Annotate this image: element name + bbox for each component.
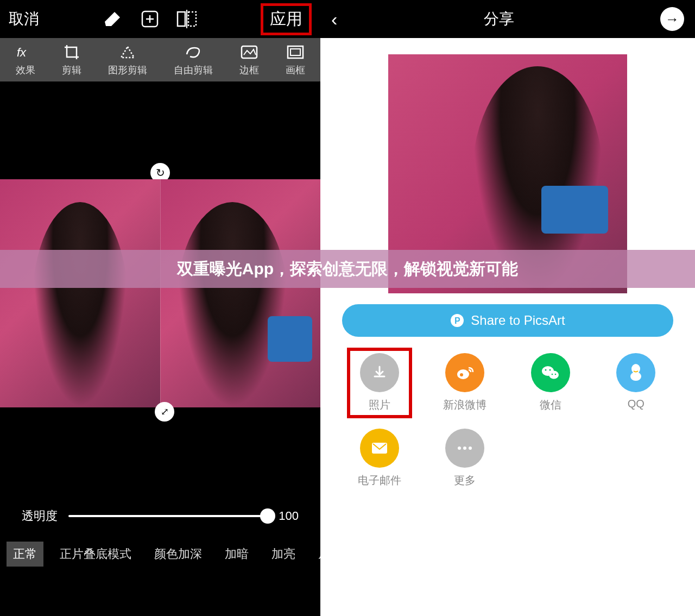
share-weibo[interactable]: 新浪微博 (428, 353, 503, 412)
editor-top-bar: 取消 应用 (0, 0, 320, 38)
share-label: QQ (628, 398, 645, 410)
svg-rect-7 (290, 49, 300, 55)
email-icon (360, 429, 399, 468)
lasso-icon (184, 43, 203, 61)
svg-point-25 (469, 447, 472, 450)
share-button-label: Share to PicsArt (471, 313, 565, 328)
share-options: 照片 新浪微博 微信 QQ (320, 353, 695, 488)
picsart-icon: P (450, 313, 464, 328)
slider-thumb[interactable] (260, 508, 275, 524)
svg-point-17 (554, 374, 556, 375)
crop-icon (62, 43, 81, 61)
svg-point-14 (545, 369, 546, 371)
more-icon (445, 429, 484, 468)
share-photo[interactable]: 照片 (342, 353, 417, 412)
mode-color-burn[interactable]: 颜色加深 (148, 542, 208, 567)
mode-multiply[interactable]: 正片叠底模式 (53, 542, 138, 567)
mode-lighten[interactable]: 加亮 (265, 542, 302, 567)
mode-screen[interactable]: 屏幕 (312, 542, 320, 567)
resize-handle-icon[interactable]: ⤢ (155, 402, 174, 422)
tool-label: 边框 (239, 64, 259, 77)
fx-icon: fx (16, 43, 35, 61)
tool-bar: fx 效果 剪辑 图形剪辑 自由剪辑 边框 画框 (0, 38, 320, 81)
svg-point-23 (458, 447, 461, 450)
border-icon (240, 43, 258, 61)
tool-label: 画框 (286, 64, 305, 77)
svg-point-19 (630, 372, 641, 381)
mode-darken[interactable]: 加暗 (218, 542, 255, 567)
mode-normal[interactable]: 正常 (7, 542, 43, 567)
blend-mode-bar[interactable]: 正常 正片叠底模式 颜色加深 加暗 加亮 屏幕 叠加 (0, 538, 320, 570)
weibo-icon (445, 353, 484, 392)
opacity-slider[interactable] (68, 515, 268, 517)
share-label: 新浪微博 (443, 398, 486, 412)
shape-crop-icon (118, 43, 137, 61)
qq-icon (616, 353, 655, 392)
opacity-value: 100 (279, 509, 299, 523)
share-to-picsart-button[interactable]: P Share to PicsArt (342, 304, 673, 337)
svg-text:fx: fx (17, 46, 27, 59)
tool-effect[interactable]: fx 效果 (16, 43, 35, 77)
apply-button[interactable]: 应用 (261, 3, 312, 35)
svg-point-16 (551, 374, 553, 375)
opacity-label: 透明度 (22, 508, 58, 524)
eraser-icon[interactable] (102, 8, 124, 30)
share-label: 电子邮件 (358, 473, 401, 488)
tool-label: 剪辑 (62, 64, 81, 77)
highlight-box (347, 348, 412, 418)
editor-canvas[interactable]: ↻ ⤢ (0, 81, 320, 494)
svg-point-10 (457, 369, 469, 379)
back-button[interactable]: ‹ (331, 9, 337, 30)
opacity-slider-row: 透明度 100 (0, 494, 320, 538)
tool-shape-crop[interactable]: 图形剪辑 (108, 43, 147, 77)
tool-label: 图形剪辑 (108, 64, 147, 77)
tool-label: 自由剪辑 (174, 64, 213, 77)
share-title: 分享 (484, 9, 514, 29)
tool-label: 效果 (16, 64, 35, 77)
photo-layer[interactable] (0, 179, 320, 407)
share-label: 更多 (454, 473, 476, 488)
tool-frame[interactable]: 画框 (286, 43, 305, 77)
share-top-bar: ‹ 分享 → (320, 0, 695, 38)
tool-crop[interactable]: 剪辑 (62, 43, 81, 77)
svg-point-13 (549, 371, 559, 379)
share-qq[interactable]: QQ (599, 353, 674, 412)
share-email[interactable]: 电子邮件 (342, 429, 417, 488)
add-layer-icon[interactable] (139, 8, 161, 30)
photo-left (0, 179, 161, 407)
forward-button[interactable]: → (660, 7, 684, 31)
frame-icon (286, 43, 305, 61)
svg-point-24 (463, 447, 466, 450)
svg-rect-1 (178, 12, 185, 26)
tool-free-crop[interactable]: 自由剪辑 (174, 43, 213, 77)
cancel-button[interactable]: 取消 (9, 9, 39, 29)
tool-border[interactable]: 边框 (239, 43, 259, 77)
overlay-banner: 双重曝光App，探索创意无限，解锁视觉新可能 (0, 250, 695, 288)
wechat-icon (531, 353, 570, 392)
svg-text:P: P (454, 316, 460, 325)
svg-rect-2 (188, 12, 196, 26)
flip-icon[interactable] (176, 8, 198, 30)
share-more[interactable]: 更多 (428, 429, 503, 488)
photo-right (161, 179, 321, 407)
svg-point-11 (460, 373, 463, 376)
share-wechat[interactable]: 微信 (513, 353, 588, 412)
svg-point-15 (549, 369, 551, 371)
share-label: 微信 (540, 398, 561, 412)
